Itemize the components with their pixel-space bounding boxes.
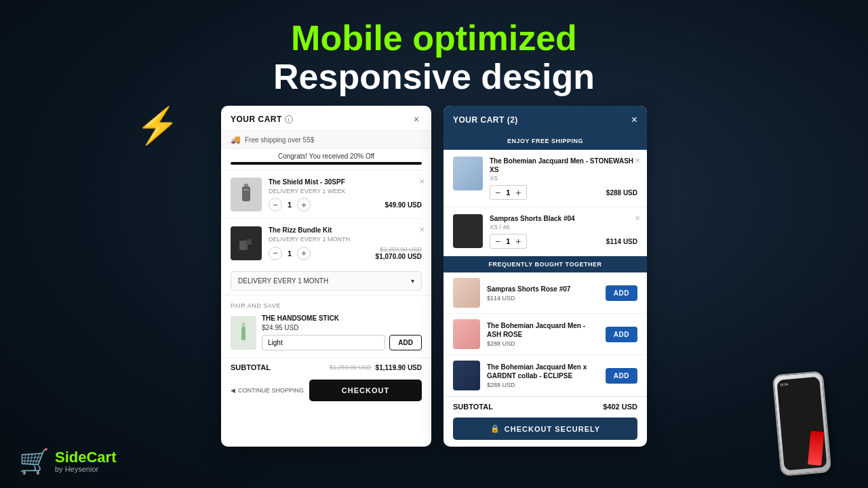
right-item-2-close-btn[interactable]: × <box>635 213 640 223</box>
headline-line1: Mobile optimized <box>0 19 868 58</box>
item-1-close-btn[interactable]: × <box>419 176 425 186</box>
fbt-item-2-name: The Bohemian Jacquard Men - ASH ROSE <box>487 321 599 339</box>
item-1-qty-decrease[interactable]: − <box>269 198 282 211</box>
cart-left-panel: YOUR CART i × 🚚 Free shipping over 55$ C… <box>221 106 431 447</box>
cart-panels: YOUR CART i × 🚚 Free shipping over 55$ C… <box>0 106 868 447</box>
bundle-kit-icon <box>238 235 254 251</box>
cart-left-close-btn[interactable]: × <box>411 114 422 125</box>
item-2-sub: DELIVERY EVERY 1 MONTH <box>269 236 422 243</box>
item-2-name: The Rizz Bundle Kit <box>269 226 422 235</box>
svg-text:i: i <box>288 117 290 122</box>
right-item-2-qty-increase[interactable]: + <box>514 236 522 247</box>
fbt-item-1: Sampras Shorts Rose #07 $114 USD ADD <box>443 272 647 314</box>
item-1-image <box>231 178 262 211</box>
svg-rect-7 <box>242 323 245 327</box>
item-1-details: The Shield Mist - 30SPF Delivery every 1… <box>269 178 422 211</box>
pair-item: THE HANDSOME STICK $24.95 USD Light Medi… <box>231 314 422 350</box>
right-item-1-qty-increase[interactable]: + <box>514 187 522 198</box>
fbt-item-2-price: $288 USD <box>487 340 599 347</box>
item-2-prices: $1,259.00 USD $1,070.00 USD <box>376 246 422 260</box>
cart-right-close-btn[interactable]: × <box>631 114 637 126</box>
item-2-qty-control: − 1 + <box>269 247 311 260</box>
headline-line2: Responsive design <box>0 58 868 96</box>
item-1-qty-row: − 1 + $49.90 USD <box>269 198 422 211</box>
lock-icon: 🔒 <box>490 424 500 433</box>
subtotal-new-price: $1,119.90 USD <box>376 364 422 371</box>
right-item-1-name: The Bohemian Jacquard Men - STONEWASH XS <box>490 157 637 174</box>
svg-rect-8 <box>241 327 245 340</box>
fbt-item-1-name: Sampras Shorts Rose #07 <box>487 285 599 293</box>
fbt-item-2: The Bohemian Jacquard Men - ASH ROSE $28… <box>443 314 647 355</box>
fbt-item-3: The Bohemian Jacquard Men x GARDNT colla… <box>443 355 647 396</box>
right-item-2-size: XS / 46 <box>490 224 637 230</box>
item-1-qty-increase[interactable]: + <box>297 198 311 211</box>
cart-left-title: YOUR CART i <box>231 115 293 124</box>
cart-item-1: The Shield Mist - 30SPF Delivery every 1… <box>221 170 431 218</box>
fbt-item-1-add-button[interactable]: ADD <box>606 285 637 301</box>
fbt-item-1-price: $114 USD <box>487 295 599 302</box>
item-1-name: The Shield Mist - 30SPF <box>269 178 422 186</box>
subtotal-old-price: $1,259.00 USD <box>330 364 372 371</box>
pair-add-button[interactable]: ADD <box>389 335 422 350</box>
right-item-2-qty-decrease[interactable]: − <box>494 236 502 247</box>
subtotal-prices-left: $1,259.00 USD $1,119.90 USD <box>330 364 422 371</box>
svg-rect-4 <box>243 189 249 190</box>
delivery-dropdown[interactable]: DELIVERY EVERY 1 MONTH ▾ <box>231 271 422 291</box>
right-item-1-qty-value: 1 <box>505 188 511 197</box>
right-item-1-close-btn[interactable]: × <box>635 155 640 165</box>
arrow-left-icon: ◀ <box>231 387 235 394</box>
right-item-2-image <box>453 214 483 248</box>
cart-left-header: YOUR CART i × <box>221 106 431 131</box>
item-2-close-btn[interactable]: × <box>419 224 425 235</box>
item-2-qty-value: 1 <box>288 249 292 258</box>
subtotal-label-left: SUBTOTAL <box>231 363 271 371</box>
right-item-2-details: Sampras Shorts Black #04 XS / 46 − 1 + $… <box>490 214 637 249</box>
item-2-image <box>231 226 262 260</box>
free-shipping-text: Free shipping over 55$ <box>245 136 314 144</box>
continue-shopping-button[interactable]: ◀ CONTINUE SHOPPING <box>231 387 304 394</box>
fbt-section-header: FREQUENTLY BOUGHT TOGETHER <box>443 256 647 272</box>
fbt-item-3-details: The Bohemian Jacquard Men x GARDNT colla… <box>487 363 599 388</box>
right-item-1-qty-control: − 1 + <box>490 185 527 200</box>
item-2-details: The Rizz Bundle Kit DELIVERY EVERY 1 MON… <box>269 226 422 260</box>
svg-rect-3 <box>242 186 250 201</box>
cart-right-panel: YOUR CART (2) × ENJOY FREE SHIPPING The … <box>443 106 647 447</box>
item-1-price: $49.90 USD <box>385 201 422 209</box>
subtotal-row-right: SUBTOTAL $402 USD <box>443 396 647 415</box>
pair-item-image <box>231 316 256 350</box>
right-item-1-qty-row: − 1 + $288 USD <box>490 185 637 200</box>
checkout-securely-button[interactable]: 🔒 CHECKOUT SECURELY <box>453 418 637 440</box>
pair-save-section: PAIR AND SAVE THE HANDSOME STICK $24.95 … <box>221 295 431 357</box>
right-item-1: The Bohemian Jacquard Men - STONEWASH XS… <box>443 150 647 207</box>
mist-bottle-icon <box>239 184 253 205</box>
item-2-qty-decrease[interactable]: − <box>269 247 282 260</box>
right-item-2-qty-control: − 1 + <box>490 234 527 249</box>
fbt-item-3-price: $288 USD <box>487 382 599 388</box>
pair-item-select[interactable]: Light Medium Dark <box>262 335 385 350</box>
logo-brand-name: SideCart <box>55 450 116 465</box>
right-item-2-qty-row: − 1 + $114 USD <box>490 234 637 249</box>
svg-rect-6 <box>246 239 252 245</box>
pair-item-name: THE HANDSOME STICK <box>262 314 422 323</box>
fbt-item-3-add-button[interactable]: ADD <box>606 368 637 384</box>
item-2-new-price: $1,070.00 USD <box>376 253 422 260</box>
right-item-1-details: The Bohemian Jacquard Men - STONEWASH XS… <box>490 157 637 200</box>
fbt-item-2-add-button[interactable]: ADD <box>606 327 637 342</box>
free-shipping-bar: 🚚 Free shipping over 55$ <box>221 131 431 149</box>
logo-sub-text: by Heysenior <box>55 465 116 473</box>
checkout-button-left[interactable]: CHECKOUT <box>309 380 422 401</box>
item-2-old-price: $1,259.00 USD <box>380 246 422 253</box>
fbt-item-2-image <box>453 319 480 349</box>
cart-left-title-text: YOUR CART <box>231 115 282 124</box>
right-item-1-qty-decrease[interactable]: − <box>494 187 502 198</box>
item-2-qty-increase[interactable]: + <box>297 247 311 260</box>
right-item-1-price: $288 USD <box>606 189 637 197</box>
cart-right-header: YOUR CART (2) × <box>443 106 647 134</box>
header-section: Mobile optimized Responsive design <box>0 0 868 96</box>
logo-area: 🛒 SideCart by Heysenior <box>19 447 116 476</box>
right-item-2-price: $114 USD <box>606 238 637 245</box>
item-2-qty-row: − 1 + $1,259.00 USD $1,070.00 USD <box>269 246 422 260</box>
item-1-sub: Delivery every 1 Week <box>269 188 422 195</box>
enjoy-shipping-bar: ENJOY FREE SHIPPING <box>443 134 647 150</box>
cart-item-2: The Rizz Bundle Kit DELIVERY EVERY 1 MON… <box>221 218 431 267</box>
